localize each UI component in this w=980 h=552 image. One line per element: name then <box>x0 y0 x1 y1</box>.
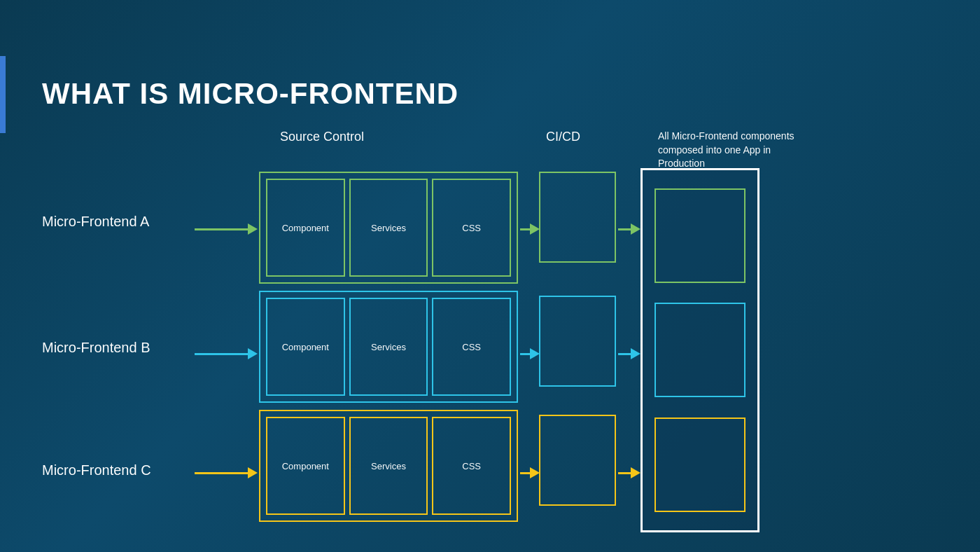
arrow-a1-line <box>195 228 248 230</box>
prod-inner-b <box>654 303 746 397</box>
arrow-a3-line <box>618 228 631 230</box>
inner-box-c-component: Component <box>266 417 345 515</box>
row-b-label: Micro-Frontend B <box>42 340 150 356</box>
arrow-c-to-source <box>195 467 258 478</box>
row-c-label: Micro-Frontend C <box>42 462 151 478</box>
arrow-a-to-prod <box>618 223 640 235</box>
arrow-b-to-prod <box>618 348 640 359</box>
source-control-header: Source Control <box>280 130 364 144</box>
arrow-c3-line <box>618 472 631 474</box>
arrow-b2-head <box>530 348 540 359</box>
source-box-a: Component Services CSS <box>259 172 518 284</box>
production-box <box>640 168 760 532</box>
inner-box-a-css: CSS <box>432 179 511 277</box>
arrow-b3-head <box>631 348 640 359</box>
prod-inner-c <box>654 418 746 512</box>
source-box-c: Component Services CSS <box>259 410 518 522</box>
cicd-box-c <box>539 415 616 506</box>
inner-box-c-services: Services <box>349 417 428 515</box>
inner-box-c-css: CSS <box>432 417 511 515</box>
arrow-a-to-source <box>195 223 258 235</box>
inner-box-a-component: Component <box>266 179 345 277</box>
arrow-a2-line <box>520 228 530 230</box>
arrow-c1-line <box>195 472 248 474</box>
inner-box-b-component: Component <box>266 298 345 396</box>
diagram: Source Control CI/CD All Micro-Frontend … <box>42 130 938 536</box>
arrow-c2-line <box>520 472 530 474</box>
left-accent-bar <box>0 56 6 133</box>
arrow-c1-head <box>248 467 258 478</box>
production-header: All Micro-Frontend components composed i… <box>658 130 812 171</box>
cicd-box-a <box>539 172 616 263</box>
inner-box-a-services: Services <box>349 179 428 277</box>
cicd-box-b <box>539 296 616 387</box>
inner-box-b-services: Services <box>349 298 428 396</box>
arrow-c-to-prod <box>618 467 640 478</box>
cicd-header: CI/CD <box>546 130 580 144</box>
arrow-b1-head <box>248 348 258 359</box>
row-a-label: Micro-Frontend A <box>42 214 149 230</box>
arrow-b-to-source <box>195 348 258 359</box>
arrow-a1-head <box>248 223 258 235</box>
arrow-c2-head <box>530 467 540 478</box>
source-box-b: Component Services CSS <box>259 291 518 403</box>
arrow-b3-line <box>618 353 631 355</box>
arrow-a-to-cicd <box>520 223 540 235</box>
inner-box-b-css: CSS <box>432 298 511 396</box>
arrow-c3-head <box>631 467 640 478</box>
arrow-c-to-cicd <box>520 467 540 478</box>
arrow-b-to-cicd <box>520 348 540 359</box>
arrow-b2-line <box>520 353 530 355</box>
arrow-b1-line <box>195 353 248 355</box>
arrow-a2-head <box>530 223 540 235</box>
prod-inner-a <box>654 188 746 283</box>
arrow-a3-head <box>631 223 640 235</box>
page-title: WHAT IS MICRO-FRONTEND <box>42 77 458 111</box>
